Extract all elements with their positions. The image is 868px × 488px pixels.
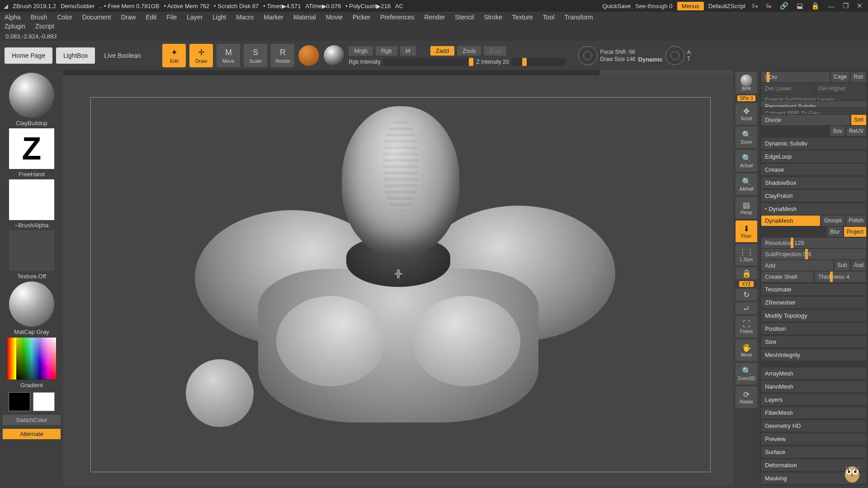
section-dynamesh[interactable]: DynaMesh (761, 203, 866, 215)
section-zremesher[interactable]: ZRemesher (761, 297, 866, 308)
reuv-button[interactable]: ReUV (846, 126, 866, 136)
secondary-color-swatch[interactable] (9, 392, 30, 411)
menu-stroke[interactable]: Stroke (484, 14, 502, 21)
palette-right-icon[interactable]: ⫴▸ (764, 2, 774, 10)
menu-alpha[interactable]: Alpha (5, 14, 21, 21)
rotate-z-icon[interactable]: ⤾ (736, 302, 757, 314)
default-zscript[interactable]: DefaultZScript (708, 3, 745, 9)
dynamic-toggle[interactable]: Dynamic (638, 56, 663, 63)
menu-macro[interactable]: Macro (236, 14, 254, 21)
spix-slider[interactable]: SPix 3 (737, 95, 756, 101)
section-nanomesh[interactable]: NanoMesh (761, 381, 866, 392)
letter-t[interactable]: T (687, 56, 691, 62)
rotate-3d-button[interactable]: ⟳Rotate (736, 386, 757, 408)
z-intensity-slider[interactable] (511, 58, 566, 66)
persp-button[interactable]: ▤Persp (736, 197, 757, 219)
link-icon[interactable]: 🔗 (778, 2, 790, 10)
menu-texture[interactable]: Texture (512, 14, 533, 21)
subprojection-slider[interactable]: SubProjection 0.6 (761, 249, 866, 259)
section-geometry-hd[interactable]: Geometry HD (761, 420, 866, 432)
maximize-icon[interactable]: ❐ (841, 2, 850, 10)
close-icon[interactable]: ✕ (855, 2, 864, 10)
smt-button[interactable]: Smt (851, 115, 866, 125)
texture-swatch[interactable] (9, 230, 54, 271)
sculptris-pro-button[interactable] (323, 45, 345, 66)
mrgb-button[interactable]: Mrgb (349, 46, 373, 56)
section-fibermesh[interactable]: FiberMesh (761, 407, 866, 418)
lock-icon-button[interactable]: 🔒 (736, 267, 757, 279)
material-swatch[interactable] (9, 282, 54, 327)
alpha-swatch[interactable] (9, 179, 54, 220)
menu-preferences[interactable]: Preferences (380, 14, 414, 21)
quicksave-button[interactable]: QuickSave (602, 3, 631, 9)
draw-mode-button[interactable]: ✛Draw (189, 44, 213, 67)
section-size[interactable]: Size (761, 336, 866, 347)
scroll-button[interactable]: ✥Scroll (736, 103, 757, 125)
resolution-slider[interactable]: Resolution 128 (761, 238, 866, 248)
palette-left-icon[interactable]: ⫴◂ (750, 2, 760, 10)
menu-document[interactable]: Document (82, 14, 111, 21)
blur-button[interactable]: Blur (827, 227, 842, 237)
lsym-button[interactable]: ⋮⋮L.Sym (736, 244, 757, 266)
m-button[interactable]: M (400, 46, 416, 56)
alternate-button[interactable]: Alternate (3, 429, 61, 439)
gizmo-3d-button[interactable] (298, 45, 320, 66)
create-shell-button[interactable]: Create Shell (761, 272, 813, 282)
zadd-button[interactable]: Zadd (430, 46, 455, 56)
home-page-button[interactable]: Home Page (5, 47, 52, 64)
canvas[interactable]: ·╬· (63, 70, 733, 486)
see-through-slider[interactable]: See-through 0 (635, 3, 672, 9)
convert-bpr-button[interactable]: Convert BPR To Geo (761, 108, 866, 114)
divide-button[interactable]: Divide (761, 115, 850, 125)
groups-button[interactable]: Groups (821, 216, 844, 226)
project-button[interactable]: Project (844, 227, 866, 237)
menu-layer[interactable]: Layer (187, 14, 203, 21)
draw-size-icon[interactable] (665, 46, 684, 65)
menu-render[interactable]: Render (424, 14, 445, 21)
thickness-slider[interactable]: Thickness 4 (815, 272, 867, 282)
menu-zscript[interactable]: Zscript (35, 23, 54, 30)
section-tessimate[interactable]: Tessimate (761, 284, 866, 295)
rgb-button[interactable]: Rgb (376, 46, 397, 56)
menu-picker[interactable]: Picker (353, 14, 370, 21)
menu-movie[interactable]: Movie (326, 14, 343, 21)
zoom-button[interactable]: 🔍Zoom (736, 127, 757, 148)
aahalf-button[interactable]: 🔍AAHalf (736, 174, 757, 195)
focal-shift-icon[interactable] (578, 46, 597, 65)
dynamesh-button[interactable]: DynaMesh (761, 216, 820, 226)
rgb-intensity-slider[interactable] (383, 58, 473, 66)
section-position[interactable]: Position (761, 323, 866, 334)
cage-button[interactable]: Cage (831, 72, 849, 82)
primary-color-swatch[interactable] (33, 392, 55, 411)
color-picker[interactable] (7, 337, 57, 380)
polish-button[interactable]: Polish (846, 216, 866, 226)
menus-button[interactable]: Menus (677, 2, 704, 10)
menu-color[interactable]: Color (57, 14, 72, 21)
stroke-swatch[interactable]: Z (9, 128, 54, 169)
del-lower-button[interactable]: Del Lower (761, 83, 813, 94)
section-claypolish[interactable]: ClayPolish (761, 190, 866, 202)
rotate-mode-button[interactable]: RRotate (271, 44, 294, 67)
del-higher-button[interactable]: Del Higher (815, 83, 867, 94)
zsub-button[interactable]: Zsub (457, 46, 481, 56)
zcut-button[interactable]: Zcut (484, 46, 506, 56)
menu-material[interactable]: Material (293, 14, 316, 21)
sdiv-slider[interactable]: SDiv (761, 72, 830, 82)
scale-mode-button[interactable]: SScale (244, 44, 267, 67)
actual-button[interactable]: 🔍Actual (736, 150, 757, 172)
move-3d-button[interactable]: 🖐Move (736, 339, 757, 361)
menu-brush[interactable]: Brush (31, 14, 47, 21)
section-crease[interactable]: Crease (761, 164, 866, 175)
freeze-subd-button[interactable]: Freeze SubDivision Levels (761, 94, 866, 100)
section-dynamic-subdiv[interactable]: Dynamic Subdiv (761, 138, 866, 149)
floor-button[interactable]: ⬇Floor (736, 221, 757, 242)
section-preview[interactable]: Preview (761, 433, 866, 445)
menu-transform[interactable]: Transform (564, 14, 593, 21)
xyz-button[interactable]: XYZ (739, 281, 753, 287)
section-mesh-integrity[interactable]: MeshIntegrity (761, 349, 866, 361)
zoom3d-button[interactable]: 🔍Zoom3D (736, 363, 757, 385)
rotate-y-icon[interactable]: ↻ (736, 289, 757, 300)
menu-file[interactable]: File (166, 14, 177, 21)
collapse-icon[interactable]: ⬓ (795, 2, 805, 10)
reconstruct-subdiv-button[interactable]: Reconstruct Subdiv (761, 101, 866, 107)
